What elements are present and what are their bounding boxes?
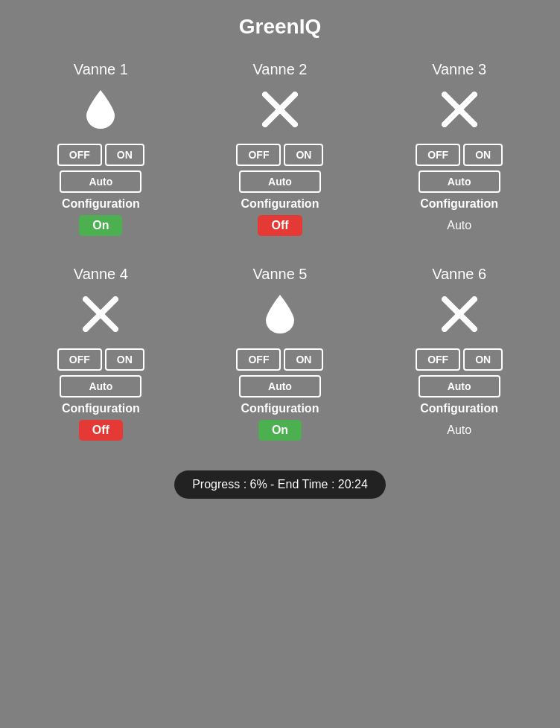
vanne-2-title: Vanne 2 [252,61,307,78]
vanne-6-title: Vanne 6 [432,266,486,283]
vanne-1-config-label: Configuration [62,197,140,211]
vanne-5: Vanne 5 OFFONAutoConfigurationOn [194,258,366,456]
vanne-1: Vanne 1 OFFONAutoConfigurationOn [15,54,187,251]
vanne-3-status-badge: Auto [433,215,485,236]
vanne-6-config-label: Configuration [420,402,498,415]
drop-icon [86,87,115,132]
vanne-4-off-button[interactable]: OFF [57,348,102,371]
vanne-1-status-badge: On [79,215,122,236]
vanne-2-off-button[interactable]: OFF [236,144,281,166]
vanne-4-status-badge: Off [79,420,123,441]
vanne-5-auto-button[interactable]: Auto [239,375,321,397]
vanne-5-config-label: Configuration [241,402,319,415]
vanne-3-auto-button[interactable]: Auto [419,170,500,193]
x-icon [442,87,477,132]
vanne-5-title: Vanne 5 [252,266,307,283]
vanne-3-off-button[interactable]: OFF [416,144,460,166]
vanne-1-off-button[interactable]: OFF [57,144,102,166]
vanne-5-on-button[interactable]: ON [284,348,323,371]
vanne-3-off-on-row: OFFON [416,144,503,166]
vanne-2-auto-button[interactable]: Auto [239,170,321,193]
vanne-grid: Vanne 1 OFFONAutoConfigurationOnVanne 2 … [0,54,560,456]
vanne-2-on-button[interactable]: ON [284,144,323,166]
vanne-1-off-on-row: OFFON [57,144,144,166]
vanne-6: Vanne 6 OFFONAutoConfigurationAuto [373,258,545,456]
vanne-4-auto-button[interactable]: Auto [60,375,141,397]
progress-bar: Progress : 6% - End Time : 20:24 [174,470,386,499]
vanne-1-auto-button[interactable]: Auto [60,170,141,193]
vanne-2-off-on-row: OFFON [236,144,323,166]
vanne-4: Vanne 4 OFFONAutoConfigurationOff [15,258,187,456]
vanne-4-off-on-row: OFFON [57,348,144,371]
vanne-3-on-button[interactable]: ON [463,144,503,166]
vanne-6-off-on-row: OFFON [416,348,503,371]
vanne-5-off-on-row: OFFON [236,348,323,371]
x-icon [442,292,477,336]
vanne-6-on-button[interactable]: ON [463,348,503,371]
vanne-4-on-button[interactable]: ON [105,348,144,371]
vanne-5-off-button[interactable]: OFF [236,348,281,371]
vanne-3-title: Vanne 3 [432,61,486,78]
vanne-5-status-badge: On [258,420,302,441]
vanne-6-auto-button[interactable]: Auto [419,375,500,397]
vanne-2: Vanne 2 OFFONAutoConfigurationOff [194,54,366,251]
vanne-3-config-label: Configuration [420,197,498,211]
vanne-3: Vanne 3 OFFONAutoConfigurationAuto [373,54,545,251]
vanne-6-off-button[interactable]: OFF [416,348,460,371]
drop-icon [266,292,294,336]
x-icon [83,292,118,336]
vanne-6-status-badge: Auto [433,420,485,441]
vanne-2-config-label: Configuration [241,197,319,211]
vanne-1-on-button[interactable]: ON [105,144,144,166]
x-icon [262,87,298,132]
vanne-4-config-label: Configuration [62,402,140,415]
vanne-1-title: Vanne 1 [74,61,128,78]
vanne-4-title: Vanne 4 [74,266,128,283]
vanne-2-status-badge: Off [258,215,302,236]
app-title: GreenIQ [239,15,321,39]
